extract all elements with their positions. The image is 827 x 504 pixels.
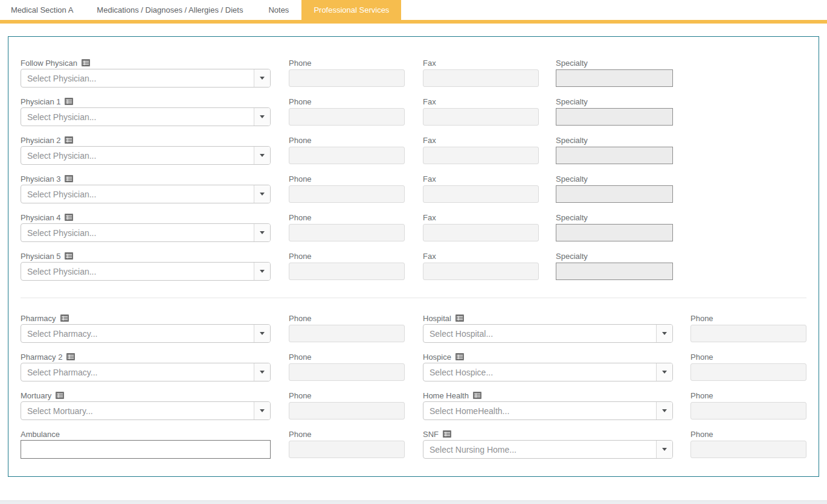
hospice-dropdown-button[interactable] [656,363,672,381]
field-label-text: Fax [423,213,436,222]
home-health-dropdown-button[interactable] [656,402,672,419]
field-label-text: Fax [423,59,436,68]
physician-row: Physician 2 Select Physician...PhoneFaxS… [21,134,806,165]
pharmacy-field-group: Pharmacy Select Pharmacy... [21,312,271,343]
physician-5-dropdown-button[interactable] [254,263,270,280]
professional-services-panel: Follow Physican Select Physician...Phone… [8,36,819,477]
table-lookup-icon [56,392,64,399]
follow-physican-dropdown-button[interactable] [254,69,270,87]
snf-select-placeholder: Select Nursing Home... [423,441,656,458]
chevron-down-icon [662,371,667,374]
field-label-physician-1-phone: Phone [289,95,405,107]
tab-professional-services[interactable]: Professional Services [301,0,401,20]
field-label-text: Physician 1 [21,97,60,106]
physician-2-fax-input [423,147,539,164]
services-row: Pharmacy 2 Select Pharmacy...PhoneHospic… [21,351,806,381]
mortuary-select[interactable]: Select Mortuary... [21,401,271,420]
physician-4-select[interactable]: Select Physician... [21,223,271,242]
follow-physican-select-placeholder: Select Physician... [21,69,254,87]
field-label-text: Phone [289,252,312,261]
field-label-text: Specialty [556,136,588,145]
field-label-text: SNF [423,430,439,439]
field-label-physician-2: Physician 2 [21,134,271,146]
field-label-ambulance: Ambulance [21,428,271,440]
physician-2-phone-field-group: Phone [289,134,405,165]
field-label-physician-4-specialty: Specialty [556,211,673,223]
snf-select[interactable]: Select Nursing Home... [423,440,673,459]
field-label-follow-physican-phone: Phone [289,57,405,69]
snf-phone-input [690,441,806,458]
mortuary-dropdown-button[interactable] [254,402,270,419]
physician-3-select[interactable]: Select Physician... [21,185,271,203]
physician-1-phone-field-group: Phone [289,95,405,126]
home-health-select[interactable]: Select HomeHealth... [423,401,673,420]
tab-medical-section-a[interactable]: Medical Section A [0,0,84,20]
pharmacy-select[interactable]: Select Pharmacy... [21,324,271,343]
physician-5-phone-field-group: Phone [289,250,405,281]
physician-5-fax-input [423,263,539,280]
pharmacy-2-phone-input [289,363,405,381]
physician-4-phone-field-group: Phone [289,211,405,242]
hospital-field-group: Hospital Select Hospital... [423,312,673,343]
physician-5-fax-field-group: Fax [423,250,539,281]
physician-4-fax-input [423,224,539,241]
hospice-field-group: Hospice Select Hospice... [423,351,673,381]
tab-bar: Medical Section A Medications / Diagnose… [0,0,827,20]
field-label-follow-physican-fax: Fax [423,57,539,69]
home-health-select-placeholder: Select HomeHealth... [423,402,656,419]
tab-notes[interactable]: Notes [256,0,301,20]
follow-physican-fax-input [423,69,539,87]
field-label-text: Fax [423,174,436,183]
pharmacy-2-dropdown-button[interactable] [254,363,270,381]
table-lookup-icon [82,59,90,66]
physician-3-select-placeholder: Select Physician... [21,185,254,203]
tab-medications-diagnoses-allergies-diets[interactable]: Medications / Diagnoses / Allergies / Di… [84,0,256,20]
field-label-text: Physician 4 [21,213,60,222]
follow-physican-select[interactable]: Select Physician... [21,69,271,88]
hospice-phone-input [690,363,806,381]
physician-1-specialty-field-group: Specialty [556,95,673,126]
physician-1-dropdown-button[interactable] [254,108,270,126]
field-label-text: Phone [289,314,312,323]
table-lookup-icon [60,314,69,322]
field-label-physician-3: Physician 3 [21,173,271,185]
pharmacy-phone-input [289,325,405,342]
follow-physican-specialty-field-group: Specialty [556,57,673,88]
field-label-text: Phone [690,314,713,323]
physician-2-dropdown-button[interactable] [254,147,270,164]
ambulance-input[interactable] [21,440,271,459]
field-label-follow-physican-specialty: Specialty [556,57,673,69]
field-label-physician-3-fax: Fax [423,173,539,185]
hospice-select[interactable]: Select Hospice... [423,363,673,381]
field-label-text: Specialty [556,174,588,183]
snf-dropdown-button[interactable] [656,441,672,458]
field-label-physician-5-specialty: Specialty [556,250,673,262]
field-label-text: Fax [423,252,436,261]
table-lookup-icon [473,392,481,399]
field-label-text: Phone [690,430,713,439]
physician-1-select[interactable]: Select Physician... [21,107,271,126]
pharmacy-2-field-group: Pharmacy 2 Select Pharmacy... [21,351,271,381]
physician-2-select[interactable]: Select Physician... [21,146,271,165]
physician-4-specialty-field-group: Specialty [556,211,673,242]
physician-row: Physician 1 Select Physician...PhoneFaxS… [21,95,806,126]
pharmacy-2-select[interactable]: Select Pharmacy... [21,363,271,381]
physician-3-phone-input [289,185,405,203]
field-label-hospice: Hospice [423,351,673,363]
physician-1-phone-input [289,108,405,126]
pharmacy-2-select-placeholder: Select Pharmacy... [21,363,254,381]
snf-phone-field-group: Phone [690,428,806,459]
physician-3-dropdown-button[interactable] [254,185,270,203]
field-label-physician-4-phone: Phone [289,211,405,223]
hospital-select[interactable]: Select Hospital... [423,324,673,343]
follow-physican-field-group: Follow Physican Select Physician... [21,57,271,88]
physician-4-dropdown-button[interactable] [254,224,270,241]
field-label-physician-5-fax: Fax [423,250,539,262]
field-label-text: Hospital [423,314,451,323]
physician-5-select[interactable]: Select Physician... [21,262,271,281]
field-label-ambulance-phone: Phone [289,428,405,440]
hospital-dropdown-button[interactable] [656,325,672,342]
pharmacy-dropdown-button[interactable] [254,325,270,342]
field-label-follow-physican: Follow Physican [21,57,271,69]
physician-2-specialty-input [556,147,673,164]
